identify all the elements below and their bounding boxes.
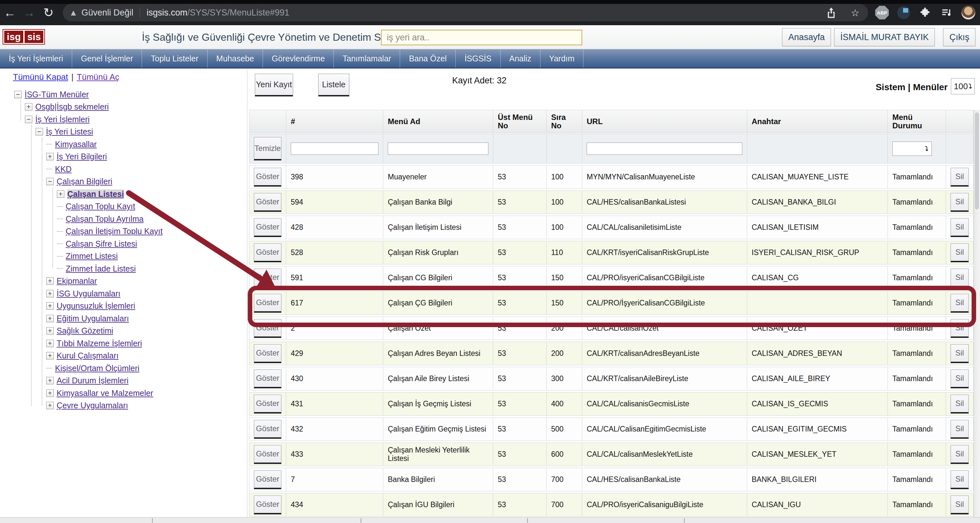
tree-link[interactable]: Çalışan Bilgileri: [57, 177, 112, 186]
tree-link[interactable]: Kimyasallar ve Malzemeler: [57, 388, 153, 398]
show-button[interactable]: Göster: [254, 395, 282, 414]
collapse-node-icon[interactable]: −: [36, 128, 43, 135]
tree-link[interactable]: İş Yeri İşlemleri: [35, 115, 89, 124]
expand-node-icon[interactable]: +: [46, 340, 54, 347]
nav-item-7[interactable]: Bana Özel: [400, 49, 456, 68]
expand-all-link[interactable]: Tümünü Aç: [76, 72, 119, 82]
delete-button[interactable]: Sil: [951, 369, 969, 388]
tree-link[interactable]: Uygunsuzluk İşlemleri: [57, 301, 135, 311]
tree-link[interactable]: Çalışan Toplu Kayıt: [66, 202, 135, 211]
show-button[interactable]: Göster: [254, 168, 282, 187]
tree-link[interactable]: Tıbbi Malzeme İşlemleri: [57, 339, 142, 348]
tree-link[interactable]: Zimmet Listesi: [66, 252, 118, 261]
reading-list-icon[interactable]: [940, 6, 953, 19]
expand-node-icon[interactable]: +: [25, 103, 32, 111]
delete-button[interactable]: Sil: [951, 420, 969, 439]
expand-node-icon[interactable]: +: [46, 377, 54, 384]
browser-profile-avatar[interactable]: [961, 5, 975, 20]
user-button[interactable]: İSMAİL MURAT BAYIK: [834, 28, 935, 46]
expand-node-icon[interactable]: +: [46, 315, 54, 322]
expand-node-icon[interactable]: +: [46, 277, 54, 285]
expand-node-icon[interactable]: +: [46, 402, 54, 409]
tree-link[interactable]: Osgb|İsgb sekmeleri: [35, 102, 109, 111]
collapse-node-icon[interactable]: −: [14, 91, 22, 98]
tree-link[interactable]: Sağlık Gözetimi: [57, 326, 113, 336]
nav-item-4[interactable]: Muhasebe: [208, 49, 263, 68]
show-button[interactable]: Göster: [254, 369, 282, 388]
expand-node-icon[interactable]: +: [57, 190, 64, 198]
tree-link[interactable]: İş Yeri Bilgileri: [57, 152, 107, 161]
expand-node-icon[interactable]: +: [46, 302, 54, 310]
show-button[interactable]: Göster: [254, 496, 282, 514]
delete-button[interactable]: Sil: [951, 319, 969, 338]
address-bar[interactable]: ▲ Güvenli Değil isgsis.com/SYS/SYS/MenuL…: [63, 4, 868, 21]
show-button[interactable]: Göster: [254, 243, 282, 262]
nav-item-2[interactable]: Genel İşlemler: [72, 49, 142, 68]
delete-button[interactable]: Sil: [951, 395, 969, 414]
page-size-select[interactable]: 100 ⤵︎: [951, 78, 975, 94]
collapse-all-link[interactable]: Tümünü Kapat: [13, 72, 68, 82]
filter-url-input[interactable]: [587, 143, 742, 155]
logout-button[interactable]: Çıkış: [943, 28, 975, 46]
security-status[interactable]: ▲ Güvenli Değil: [69, 8, 133, 18]
tree-link[interactable]: İSG Uygulamaları: [57, 289, 120, 298]
nav-item-1[interactable]: İş Yeri İşlemleri: [0, 49, 72, 68]
collapse-node-icon[interactable]: −: [46, 178, 54, 185]
bookmark-star-icon[interactable]: ☆: [849, 6, 862, 19]
reload-icon[interactable]: ↻: [39, 5, 58, 20]
show-button[interactable]: Göster: [254, 269, 282, 287]
collapse-node-icon[interactable]: −: [25, 116, 32, 123]
tree-link[interactable]: Kurul Çalışmaları: [57, 351, 119, 360]
clear-filters-button[interactable]: Temizle: [254, 137, 282, 160]
extension-icon[interactable]: [897, 6, 910, 19]
nav-item-6[interactable]: Tanımlamalar: [334, 49, 400, 68]
expand-node-icon[interactable]: +: [46, 352, 54, 360]
list-button[interactable]: Listele: [318, 74, 349, 96]
new-record-button[interactable]: Yeni Kayıt: [255, 74, 293, 96]
nav-item-3[interactable]: Toplu Listeler: [142, 49, 207, 68]
delete-button[interactable]: Sil: [951, 470, 969, 489]
tree-link[interactable]: Çalışan Toplu Ayrılma: [66, 214, 143, 223]
nav-item-5[interactable]: Görevlendirme: [263, 49, 334, 68]
expand-node-icon[interactable]: +: [46, 327, 54, 334]
nav-item-9[interactable]: Analiz: [501, 49, 541, 68]
share-icon[interactable]: [825, 6, 838, 19]
delete-button[interactable]: Sil: [951, 445, 969, 464]
delete-button[interactable]: Sil: [951, 243, 969, 262]
tree-link[interactable]: Eğitim Uygulamaları: [57, 314, 129, 323]
delete-button[interactable]: Sil: [951, 193, 969, 212]
tree-link[interactable]: Çevre Uygulamaları: [57, 401, 128, 410]
tree-link[interactable]: İş Yeri Listesi: [46, 127, 93, 136]
tree-link[interactable]: Ekipmanlar: [57, 276, 97, 286]
tree-link[interactable]: Çalışan İletişim Toplu Kayıt: [66, 227, 163, 236]
nav-item-8[interactable]: İSGSİS: [456, 49, 500, 68]
tree-link[interactable]: Çalışan Listesi: [67, 189, 124, 199]
back-icon[interactable]: ←: [0, 6, 19, 20]
home-button[interactable]: Anasayfa: [782, 28, 831, 46]
expand-node-icon[interactable]: +: [46, 390, 54, 397]
delete-button[interactable]: Sil: [951, 168, 969, 187]
tree-link[interactable]: Kimyasallar: [55, 139, 97, 149]
delete-button[interactable]: Sil: [951, 496, 969, 514]
tree-link[interactable]: KKD: [55, 165, 72, 174]
workplace-search-input[interactable]: [381, 30, 582, 45]
scrollbar-thumb[interactable]: [975, 113, 979, 209]
nav-item-10[interactable]: Yardım: [541, 49, 584, 68]
expand-node-icon[interactable]: +: [46, 153, 54, 160]
delete-button[interactable]: Sil: [951, 269, 969, 287]
adblock-extension-icon[interactable]: ABP: [875, 6, 889, 19]
table-scrollbar-vertical[interactable]: [974, 110, 980, 517]
expand-node-icon[interactable]: +: [46, 290, 54, 297]
show-button[interactable]: Göster: [254, 218, 282, 237]
show-button[interactable]: Göster: [254, 294, 282, 312]
show-button[interactable]: Göster: [254, 344, 282, 363]
delete-button[interactable]: Sil: [951, 344, 969, 363]
horizontal-scrollbar[interactable]: [0, 517, 980, 523]
show-button[interactable]: Göster: [254, 420, 282, 439]
filter-name-input[interactable]: [388, 143, 488, 155]
tree-link[interactable]: İSG-Tüm Menüler: [25, 90, 89, 99]
delete-button[interactable]: Sil: [951, 218, 969, 237]
show-button[interactable]: Göster: [254, 445, 282, 464]
app-logo[interactable]: isg sis: [3, 29, 45, 44]
puzzle-extensions-icon[interactable]: [918, 6, 931, 19]
